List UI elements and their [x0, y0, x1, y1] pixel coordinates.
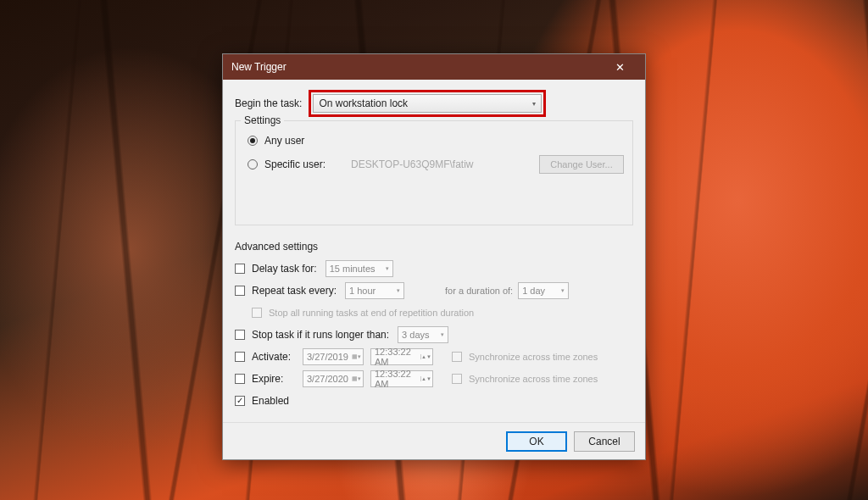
stop-all-checkbox — [252, 308, 262, 318]
any-user-row: Any user — [248, 135, 624, 147]
expire-checkbox[interactable] — [235, 374, 245, 384]
stop-all-row: Stop all running tasks at end of repetit… — [252, 303, 633, 322]
ok-button[interactable]: OK — [506, 431, 567, 452]
enabled-row: Enabled — [235, 392, 633, 410]
dialog-body: Begin the task: On workstation lock ▾ Se… — [223, 80, 645, 422]
new-trigger-dialog: New Trigger ✕ Begin the task: On worksta… — [222, 53, 646, 460]
advanced-settings: Advanced settings Delay task for: 15 min… — [235, 241, 633, 410]
close-icon[interactable]: ✕ — [603, 61, 637, 74]
duration-label: for a duration of: — [445, 286, 513, 296]
expire-row: Expire: 3/27/2020 ▦▾ 12:33:22 AM ▲▼ Sync… — [235, 369, 633, 388]
repeat-value: 1 hour — [349, 286, 376, 296]
activate-time: 12:33:22 AM — [375, 347, 417, 367]
stop-if-label: Stop task if it runs longer than: — [252, 329, 389, 341]
calendar-icon: ▦▾ — [352, 353, 361, 360]
advanced-title: Advanced settings — [235, 241, 633, 253]
expire-date-input[interactable]: 3/27/2020 ▦▾ — [303, 370, 364, 387]
highlight-box: On workstation lock ▾ — [309, 90, 546, 117]
stop-if-checkbox[interactable] — [235, 330, 245, 340]
enabled-label: Enabled — [252, 395, 289, 407]
delay-checkbox[interactable] — [235, 264, 245, 274]
begin-task-dropdown[interactable]: On workstation lock ▾ — [313, 94, 542, 113]
enabled-checkbox[interactable] — [235, 396, 245, 406]
chevron-down-icon: ▾ — [561, 287, 565, 294]
delay-row: Delay task for: 15 minutes ▾ — [235, 259, 633, 278]
delay-label: Delay task for: — [252, 263, 317, 275]
specific-user-radio[interactable] — [248, 159, 258, 169]
chevron-down-icon: ▾ — [386, 265, 389, 272]
expire-date: 3/27/2020 — [307, 374, 348, 384]
delay-dropdown[interactable]: 15 minutes ▾ — [326, 260, 393, 277]
activate-sync-label: Synchronize across time zones — [469, 352, 598, 362]
expire-sync-label: Synchronize across time zones — [469, 374, 598, 384]
change-user-button[interactable]: Change User... — [539, 155, 624, 174]
any-user-radio[interactable] — [248, 136, 258, 146]
begin-task-row: Begin the task: On workstation lock ▾ — [235, 90, 633, 117]
repeat-dropdown[interactable]: 1 hour ▾ — [345, 282, 404, 299]
spinner-icon: ▲▼ — [420, 354, 429, 359]
chevron-down-icon: ▾ — [441, 331, 444, 338]
duration-value: 1 day — [522, 286, 545, 296]
expire-label: Expire: — [252, 373, 294, 385]
repeat-label: Repeat task every: — [252, 285, 337, 297]
calendar-icon: ▦▾ — [352, 375, 361, 382]
duration-dropdown[interactable]: 1 day ▾ — [518, 282, 569, 299]
titlebar: New Trigger ✕ — [223, 54, 645, 80]
expire-time: 12:33:22 AM — [375, 369, 417, 389]
expire-sync-row: Synchronize across time zones — [452, 374, 598, 384]
repeat-row: Repeat task every: 1 hour ▾ for a durati… — [235, 281, 633, 300]
activate-sync-checkbox — [452, 352, 462, 362]
settings-group: Settings Any user Specific user: DESKTOP… — [235, 120, 633, 225]
expire-sync-checkbox — [452, 374, 462, 384]
spinner-icon: ▲▼ — [420, 376, 429, 381]
stop-if-value: 3 days — [402, 330, 429, 340]
activate-label: Activate: — [252, 351, 294, 363]
cancel-button[interactable]: Cancel — [574, 431, 635, 452]
chevron-down-icon: ▾ — [397, 287, 400, 294]
delay-value: 15 minutes — [330, 264, 376, 274]
window-title: New Trigger — [231, 61, 603, 73]
specific-user-label: Specific user: — [264, 158, 326, 170]
repeat-checkbox[interactable] — [235, 286, 245, 296]
any-user-label: Any user — [264, 135, 304, 147]
activate-time-input[interactable]: 12:33:22 AM ▲▼ — [370, 348, 433, 365]
activate-checkbox[interactable] — [235, 352, 245, 362]
expire-time-input[interactable]: 12:33:22 AM ▲▼ — [370, 370, 433, 387]
begin-task-label: Begin the task: — [235, 97, 302, 109]
stop-if-dropdown[interactable]: 3 days ▾ — [398, 326, 448, 343]
begin-task-value: On workstation lock — [319, 97, 408, 109]
stop-if-row: Stop task if it runs longer than: 3 days… — [235, 325, 633, 344]
activate-row: Activate: 3/27/2019 ▦▾ 12:33:22 AM ▲▼ Sy… — [235, 347, 633, 366]
specific-user-row: Specific user: DESKTOP-U63Q9MF\fatiw Cha… — [248, 155, 624, 174]
activate-sync-row: Synchronize across time zones — [452, 352, 598, 362]
specific-user-value: DESKTOP-U63Q9MF\fatiw — [351, 158, 473, 170]
settings-legend: Settings — [241, 114, 284, 126]
chevron-down-icon: ▾ — [532, 100, 536, 108]
dialog-footer: OK Cancel — [223, 422, 645, 459]
stop-all-label: Stop all running tasks at end of repetit… — [269, 308, 474, 318]
activate-date-input[interactable]: 3/27/2019 ▦▾ — [303, 348, 364, 365]
activate-date: 3/27/2019 — [307, 352, 348, 362]
